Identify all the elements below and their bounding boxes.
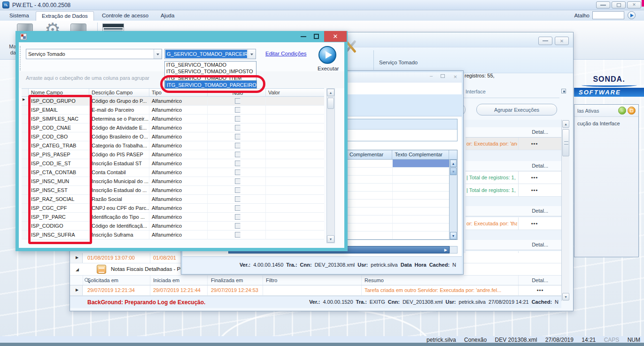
scroll-up-icon[interactable]: ▲ (327, 89, 334, 96)
nulo-checkbox[interactable] (235, 214, 241, 220)
detal-column-header[interactable]: Detal... (466, 240, 561, 250)
atalho-go-button[interactable] (628, 11, 636, 19)
tab-sistema[interactable]: Sistema (4, 11, 35, 21)
scroll-right-icon[interactable]: ▶ (444, 248, 447, 252)
valor-cell[interactable] (266, 177, 324, 185)
complementar-vscrollbar[interactable]: ▲ ≡ ▼ (449, 160, 457, 239)
grid-column-header[interactable]: Iniciada em (153, 277, 179, 283)
complementar-cell[interactable] (347, 200, 393, 207)
tab-extracao-de-dados[interactable]: Extração de Dados (36, 11, 94, 21)
column-header-desc[interactable]: Descrição Campo (89, 89, 149, 96)
nulo-checkbox[interactable] (235, 143, 241, 148)
nulo-checkbox[interactable] (235, 152, 241, 157)
tab-ajuda[interactable]: Ajuda (155, 11, 180, 21)
detal-column-header[interactable]: Detal... (532, 277, 548, 283)
execution-row[interactable]: | Total de registros: 1, Proces...••• (466, 171, 561, 184)
maximize-icon[interactable] (441, 74, 445, 78)
close-icon[interactable]: × (453, 73, 457, 80)
execution-row[interactable]: or: Executada por: 'andre.fel...••• (466, 138, 561, 150)
valor-cell[interactable] (266, 204, 324, 212)
fields-scrollbar[interactable]: ▲ ▼ (326, 88, 335, 243)
valor-cell[interactable] (266, 168, 324, 177)
interface-combobox[interactable]: Serviço Tomado (26, 49, 162, 59)
complementar-cell[interactable] (347, 231, 393, 239)
valor-cell[interactable] (266, 222, 324, 230)
texto-complementar-cell[interactable] (393, 231, 450, 239)
valor-cell[interactable] (266, 150, 324, 159)
nulo-checkbox[interactable] (235, 187, 241, 193)
nulo-checkbox[interactable] (235, 116, 241, 122)
nulo-checkbox[interactable] (235, 169, 241, 175)
scroll-down-icon[interactable]: ▼ (450, 232, 457, 239)
nulo-checkbox[interactable] (235, 232, 241, 238)
collapse-icon[interactable]: – (618, 107, 626, 115)
texto-complementar-cell[interactable] (393, 168, 450, 175)
grid-column-header[interactable]: Filtro (266, 277, 277, 283)
scroll-up-icon[interactable]: ▲ (562, 120, 569, 128)
grid-column-header[interactable]: Finalizada em (211, 277, 243, 283)
complementar-cell[interactable] (347, 223, 393, 231)
detal-column-header[interactable]: Detal... (466, 127, 561, 138)
execution-row[interactable]: or: Executada por: 'thales.no...••• (466, 217, 561, 230)
valor-cell[interactable] (266, 159, 324, 168)
complementar-cell[interactable] (347, 215, 393, 223)
execution-row[interactable]: | Total de registros: 1, Proces...••• (466, 184, 561, 197)
atalho-input[interactable] (592, 11, 624, 19)
close-button[interactable]: ✕ (324, 31, 347, 42)
scroll-down-icon[interactable]: ▼ (327, 235, 334, 243)
complementar-cell[interactable] (347, 192, 393, 199)
nulo-checkbox[interactable] (235, 161, 241, 166)
close-button[interactable]: ✕ (555, 37, 569, 45)
minimize-icon[interactable]: – (430, 73, 433, 78)
executar-icon[interactable] (318, 46, 336, 64)
texto-complementar-cell[interactable] (393, 208, 450, 215)
dropdown-item[interactable]: ITG_SERVICO_TOMADO (165, 62, 256, 68)
chevron-down-icon[interactable] (154, 49, 162, 59)
nulo-checkbox[interactable] (235, 134, 241, 139)
complementar-cell[interactable] (347, 160, 393, 167)
valor-cell[interactable] (266, 213, 324, 221)
texto-complementar-column-header[interactable]: Texto Complementar (392, 150, 450, 159)
complementar-cell[interactable] (347, 168, 393, 175)
scroll-thumb[interactable] (327, 98, 334, 109)
chevron-down-icon[interactable] (248, 49, 256, 59)
executions-scrollbar[interactable]: ▲ ▼ (561, 120, 569, 301)
complementar-cell[interactable] (347, 184, 393, 191)
texto-complementar-cell[interactable] (393, 200, 450, 207)
texto-complementar-cell[interactable] (393, 223, 450, 231)
complementar-column-header[interactable]: Complementar (347, 150, 392, 159)
texto-complementar-cell[interactable] (393, 184, 450, 191)
restore-panel-icon[interactable] (628, 107, 636, 115)
valor-cell[interactable] (266, 195, 324, 203)
scroll-thumb[interactable]: ≡ (450, 168, 457, 175)
valor-cell[interactable] (266, 123, 324, 132)
valor-cell[interactable] (266, 97, 324, 105)
restore-button[interactable] (612, 1, 626, 8)
nulo-checkbox[interactable] (235, 125, 241, 131)
detail-ellipsis-button[interactable]: ••• (524, 187, 545, 193)
nulo-checkbox[interactable] (235, 205, 241, 211)
minimize-button[interactable] (596, 1, 610, 8)
maximize-icon[interactable] (314, 34, 319, 39)
group-expand-icon[interactable] (561, 89, 566, 93)
valor-cell[interactable] (266, 106, 324, 114)
nulo-checkbox[interactable] (235, 223, 241, 229)
dropdown-item[interactable]: ITG_SERVICO_TOMADO_IMPOSTO (165, 68, 256, 75)
texto-complementar-cell[interactable] (393, 192, 450, 199)
valor-cell[interactable] (266, 186, 324, 194)
close-button[interactable]: ✕ (627, 1, 641, 8)
grid-column-header[interactable]: Resumo (365, 277, 384, 283)
texto-complementar-cell[interactable] (393, 160, 450, 167)
execution-row[interactable]: ▶ 29/07/2019 12:21:34 29/07/2019 12:21:4… (70, 285, 561, 296)
agrupar-execucoes-button[interactable]: Agrupar Execuções (476, 104, 557, 115)
detail-ellipsis-button[interactable]: ••• (524, 141, 545, 146)
detal-column-header[interactable]: Detal... (466, 206, 561, 216)
detal-column-header[interactable]: Detal... (466, 161, 561, 171)
valor-cell[interactable] (266, 141, 324, 150)
nulo-checkbox[interactable] (235, 196, 241, 202)
texto-complementar-cell[interactable] (393, 215, 450, 223)
complementar-cell[interactable] (347, 176, 393, 183)
scroll-down-icon[interactable]: ▼ (562, 293, 569, 300)
group-expander-icon[interactable]: ◢ (76, 267, 79, 272)
valor-cell[interactable] (266, 115, 324, 123)
